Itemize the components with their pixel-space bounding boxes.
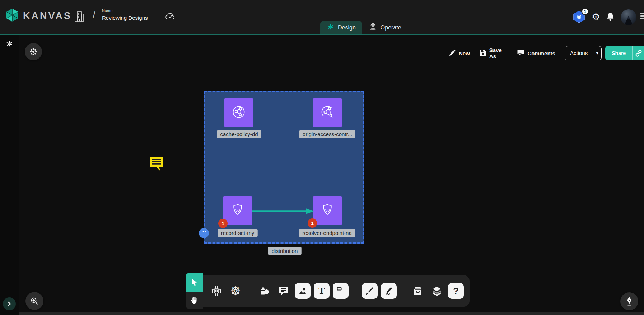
cloudfront-globe-icon [319,103,336,122]
brand-logo[interactable]: KANVAS [5,8,72,24]
tab-design-label: Design [338,24,356,31]
design-name-block: Name [102,9,160,23]
note-tool[interactable] [333,283,349,299]
kanvas-app: KANVAS / Name [0,0,644,315]
comments-button-label: Comments [527,50,555,56]
node-origin-access-control[interactable] [313,98,342,127]
app-header: KANVAS / Name [0,0,644,34]
copy-link-icon[interactable] [632,46,644,60]
pointer-tools [186,273,203,309]
freehand-draw-tool[interactable] [381,283,397,299]
hand-icon [190,296,199,305]
actions-split-button: Actions ▾ [565,46,602,60]
layers-icon [431,286,442,296]
drawer-icon [412,286,423,296]
note-icon [336,286,345,296]
brand-name: KANVAS [23,10,72,22]
operate-person-icon [369,23,377,33]
archive-tool[interactable] [410,283,426,299]
select-tool-button[interactable] [186,273,203,292]
notifications-bell-icon[interactable] [606,12,615,23]
save-as-button-label: Save As [489,47,508,59]
node-label: origin-access-contr... [299,130,355,138]
route53-number: 53 [235,208,240,212]
meshery-spiral-icon[interactable] [6,40,14,49]
node-label: cache-policy-dd [217,130,261,138]
cursor-arrow-icon [190,278,198,287]
pan-tool-button[interactable] [186,292,203,309]
cloud-saved-icon [165,12,175,22]
new-button-label: New [459,50,470,56]
node-record-set[interactable]: 53 [223,196,252,225]
shapes-icon [259,286,270,296]
actions-button[interactable]: Actions [565,46,593,60]
design-name-input[interactable] [102,14,160,23]
route53-shield-icon: 53 [319,201,336,220]
image-icon [298,286,307,296]
canvas-comment-marker-icon[interactable] [148,155,165,174]
kubernetes-tool[interactable]: ☸ [228,283,243,299]
group-selection-handle[interactable] [199,228,209,238]
node-error-badge[interactable]: 1 [308,218,317,228]
bottom-edge-strip [0,312,644,315]
sidebar-expand-chevron[interactable] [3,297,16,310]
toolbar-divider [250,275,250,307]
pencil-scribble-icon [384,286,393,296]
edge-record-to-resolver[interactable] [252,208,314,216]
route53-shield-icon: 53 [229,201,246,220]
kanvas-hexagon-icon [5,8,19,24]
share-button[interactable]: Share [605,46,632,60]
text-tool[interactable]: T [314,283,330,299]
kubernetes-context-chip[interactable]: ☸ 1 [573,11,585,23]
canvas-top-border [0,34,644,35]
tab-design[interactable]: Design [320,21,362,34]
organization-icon[interactable] [74,10,85,24]
left-sidebar [0,34,19,315]
pen-tool-button[interactable] [620,292,638,310]
comment-tool[interactable] [276,283,291,299]
pen-arrow-icon [365,286,374,296]
mode-tabs: Design Operate [320,21,408,34]
cloudfront-network-icon [230,103,247,122]
comments-bubble-icon [517,49,524,57]
save-floppy-icon [479,49,486,57]
design-action-bar: New Save As Comments A [449,46,644,60]
image-tool[interactable] [295,283,311,299]
shapes-tool[interactable] [257,283,272,299]
chip-icon [211,286,222,296]
comment-bubble-icon [279,286,289,296]
distribution-group[interactable]: cache-policy-dd origin-access-contr... [204,91,364,244]
node-label: resolver-endpoint-na [299,229,355,237]
actions-caret-icon[interactable]: ▾ [593,46,601,60]
save-as-button[interactable]: Save As [479,47,508,59]
canvas-widgets-button[interactable] [25,43,42,60]
node-resolver-endpoint[interactable]: 53 [313,196,342,225]
help-tool[interactable]: ? [448,283,464,299]
design-name-label: Name [102,9,160,13]
tab-operate-label: Operate [381,24,401,31]
toolbar-divider [403,275,403,307]
pencil-icon [449,49,456,57]
settings-gear-icon[interactable]: ⚙ [590,11,602,23]
zoom-in-button[interactable] [25,292,43,310]
user-avatar[interactable] [621,9,636,25]
mesh-components-tool[interactable] [209,283,224,299]
draw-edge-tool[interactable] [362,283,378,299]
comments-button[interactable]: Comments [517,49,555,57]
group-name-label: distribution [268,247,302,255]
tab-operate[interactable]: Operate [362,21,408,34]
share-split-button: Share [605,46,644,60]
toolbar-divider [355,275,355,307]
header-overflow-menu-icon[interactable] [640,13,644,19]
breadcrumb-separator: / [93,9,95,21]
route53-number: 53 [325,208,330,212]
new-button[interactable]: New [449,49,470,57]
layers-tool[interactable] [429,283,445,299]
node-error-badge[interactable]: 1 [218,219,228,228]
node-label: record-set-my [218,229,258,237]
canvas-toolbar: ☸ T [203,275,470,307]
design-spiral-icon [327,23,335,32]
kubernetes-context-badge: 1 [582,8,589,15]
node-cache-policy[interactable] [224,98,253,127]
